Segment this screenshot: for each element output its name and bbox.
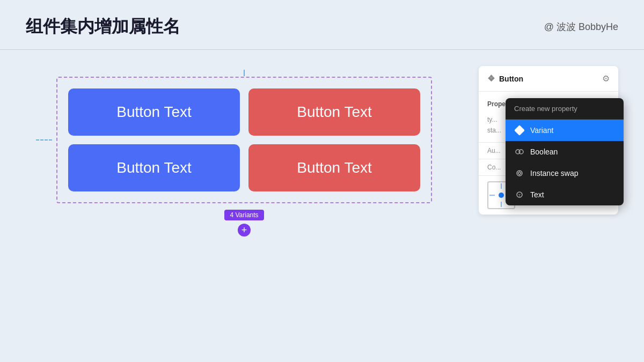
variants-badge: 4 Variants — [224, 210, 264, 220]
page-title: 组件集内增加属性名 — [26, 15, 180, 39]
button-red-2[interactable]: Button Text — [248, 144, 420, 191]
component-frame: Button Text Button Text Button Text Butt… — [56, 77, 432, 203]
dropdown-create-label: Create new property — [506, 98, 624, 120]
button-blue-1[interactable]: Button Text — [68, 88, 240, 136]
dropdown-item-variant[interactable]: Variant — [506, 120, 624, 141]
svg-point-1 — [519, 150, 523, 154]
variants-plus-button[interactable]: + — [238, 224, 251, 237]
constraint-center-dot — [499, 193, 504, 198]
text-icon: T — [514, 189, 525, 200]
buttons-grid: Button Text Button Text Button Text Butt… — [68, 88, 420, 191]
constraint-arrow-bottom — [501, 202, 502, 207]
frame-handle-top — [244, 70, 245, 76]
canvas-area: Button Text Button Text Button Text Butt… — [26, 66, 463, 342]
frame-handle-left — [36, 139, 52, 141]
dropdown-item-text[interactable]: T Text — [506, 184, 624, 205]
button-red-1[interactable]: Button Text — [248, 88, 420, 136]
instance-swap-icon — [514, 168, 525, 179]
constraint-arrow-left — [489, 195, 495, 196]
variants-badge-container: 4 Variants + — [56, 210, 432, 237]
button-blue-2[interactable]: Button Text — [68, 144, 240, 191]
right-panel: ❖ Button ⚙ Properties + ty... sta... Au.… — [479, 66, 618, 215]
panel-header: ❖ Button ⚙ — [479, 66, 618, 92]
main-content: Button Text Button Text Button Text Butt… — [0, 50, 644, 358]
svg-text:T: T — [518, 193, 521, 198]
dropdown-item-boolean[interactable]: Boolean — [506, 141, 624, 162]
component-icon: ❖ — [487, 73, 495, 84]
variant-icon — [514, 125, 525, 136]
author-label: @ 波波 BobbyHe — [544, 20, 618, 33]
header: 组件集内增加属性名 @ 波波 BobbyHe — [0, 0, 644, 39]
boolean-icon — [514, 146, 525, 157]
panel-settings-icon[interactable]: ⚙ — [602, 73, 610, 84]
constraint-arrow-top — [501, 183, 502, 189]
dropdown-item-instance-swap[interactable]: Instance swap — [506, 162, 624, 184]
dropdown-menu: Create new property Variant Boolean — [506, 98, 624, 205]
component-name: ❖ Button — [487, 73, 523, 84]
